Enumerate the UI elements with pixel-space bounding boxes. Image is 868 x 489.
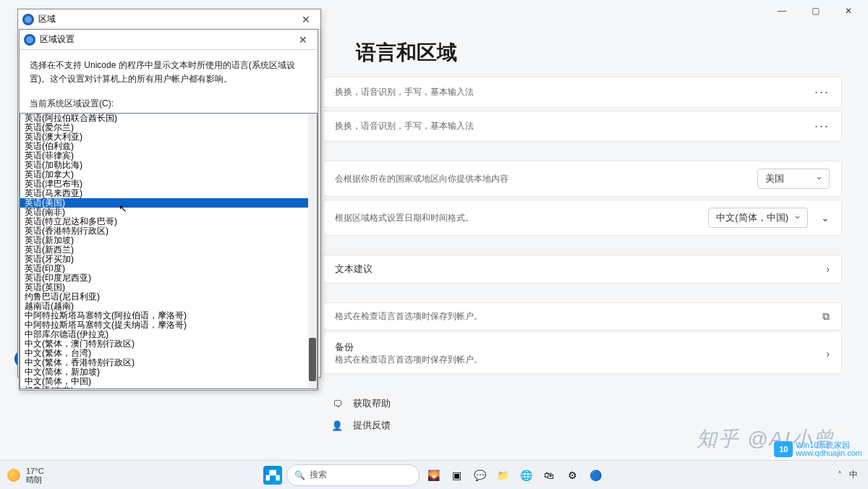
taskbar-tray[interactable]: ˄ 中: [838, 469, 868, 481]
locale-option[interactable]: 祖鲁语(南非): [20, 386, 317, 389]
language-row-1-sub: 换换，语音识别，手写，基本输入法: [335, 86, 474, 98]
current-locale-label: 当前系统区域设置(C):: [30, 98, 307, 110]
regional-format-desc: 根据区域格式设置日期和时间格式。: [335, 212, 474, 224]
share-row[interactable]: 格式在检查语言首选项时保存到帐户。 ⧉: [323, 302, 842, 331]
feedback-icon: 👤: [330, 420, 344, 431]
more-icon[interactable]: ···: [814, 119, 830, 134]
backup-sub: 格式在检查语言首选项时保存到帐户。: [335, 354, 482, 366]
regional-format-combobox[interactable]: 中文(简体，中国): [708, 208, 808, 228]
region-dialog-titlebar[interactable]: 区域 ✕: [18, 9, 320, 30]
taskbar-app-1[interactable]: 🌄: [424, 466, 443, 485]
globe-icon: [24, 34, 35, 46]
taskbar-settings[interactable]: ⚙: [563, 466, 582, 485]
region-settings-titlebar[interactable]: 区域设置 ✕: [20, 30, 318, 50]
get-help-link[interactable]: 🗨 获取帮助: [323, 393, 842, 414]
taskbar: 17°C 晴朗 ▞▚ 🔍 搜索 🌄 ▣ 💬 📁 🌐 🛍 ⚙ 🔵 ˄ 中: [0, 460, 868, 489]
taskbar-center: ▞▚ 🔍 搜索 🌄 ▣ 💬 📁 🌐 🛍 ⚙ 🔵: [263, 464, 605, 486]
temperature: 17°C: [26, 467, 44, 475]
taskbar-task-view[interactable]: ▣: [447, 466, 466, 485]
scrollbar-thumb[interactable]: [309, 338, 316, 381]
taskbar-store[interactable]: 🛍: [540, 466, 558, 485]
page-title: 语言和区域: [356, 39, 842, 67]
language-row-2-sub: 换换，语音识别，手写，基本输入法: [335, 120, 474, 132]
close-icon[interactable]: ✕: [296, 14, 316, 25]
search-icon: 🔍: [294, 470, 305, 480]
scrollbar-track[interactable]: [308, 114, 317, 388]
backup-row[interactable]: 备份 格式在检查语言首选项时保存到帐户。 ›: [323, 333, 842, 374]
weather-icon: [7, 469, 20, 482]
language-row-2[interactable]: 换换，语音识别，手写，基本输入法 ···: [323, 111, 842, 142]
language-row-1[interactable]: 换换，语音识别，手写，基本输入法 ···: [323, 77, 842, 108]
chevron-down-icon[interactable]: ⌄: [821, 212, 830, 224]
taskbar-edge[interactable]: 🌐: [516, 466, 535, 485]
country-combobox[interactable]: 美国: [757, 169, 830, 189]
search-placeholder: 搜索: [310, 469, 327, 481]
typing-row[interactable]: 文本建议 ›: [323, 255, 842, 284]
chevron-right-icon[interactable]: ›: [826, 348, 830, 360]
taskbar-app-2[interactable]: 🔵: [586, 466, 605, 485]
tray-chevron-icon[interactable]: ˄: [838, 470, 842, 480]
region-dialog-title: 区域: [38, 13, 56, 25]
country-region-row[interactable]: 会根据你所在的国家或地区向你提供本地内容 美国: [323, 161, 842, 197]
share-sub: 格式在检查语言首选项时保存到帐户。: [335, 310, 482, 323]
close-icon[interactable]: ✕: [293, 34, 313, 46]
minimize-button[interactable]: —: [765, 0, 799, 22]
regional-format-row[interactable]: 根据区域格式设置日期和时间格式。 中文(简体，中国) ⌄: [323, 200, 842, 236]
taskbar-chat[interactable]: 💬: [470, 466, 489, 485]
typing-label: 文本建议: [335, 263, 373, 276]
taskbar-explorer[interactable]: 📁: [493, 466, 512, 485]
close-button[interactable]: ✕: [832, 0, 865, 22]
ime-indicator[interactable]: 中: [849, 469, 858, 481]
weather-condition: 晴朗: [26, 475, 44, 484]
more-icon[interactable]: ···: [814, 85, 830, 100]
taskbar-search[interactable]: 🔍 搜索: [286, 464, 420, 486]
maximize-button[interactable]: ▢: [799, 0, 832, 22]
globe-icon: [22, 14, 34, 25]
help-icon: 🗨: [330, 399, 344, 409]
external-link-icon[interactable]: ⧉: [822, 310, 830, 323]
weather-widget[interactable]: 17°C 晴朗: [0, 467, 87, 484]
chevron-right-icon[interactable]: ›: [826, 263, 830, 275]
win10-logo-icon: 10: [774, 441, 793, 457]
region-settings-title: 区域设置: [40, 33, 75, 46]
backup-label: 备份: [335, 341, 482, 354]
watermark-logo: 10 Win10系统家园 www.qdhuajin.com: [774, 441, 862, 457]
locale-dropdown-list[interactable]: 英语(阿拉伯联合酋长国)英语(爱尔兰)英语(澳大利亚)英语(伯利兹)英语(菲律宾…: [20, 113, 318, 389]
settings-content: 语言和区域 换换，语音识别，手写，基本输入法 ··· 换换，语音识别，手写，基本…: [297, 22, 868, 443]
country-desc: 会根据你所在的国家或地区向你提供本地内容: [335, 173, 509, 185]
start-button[interactable]: ▞▚: [263, 466, 282, 485]
region-settings-description: 选择在不支持 Unicode 的程序中显示文本时所使用的语言(系统区域设置)。这…: [30, 59, 307, 86]
